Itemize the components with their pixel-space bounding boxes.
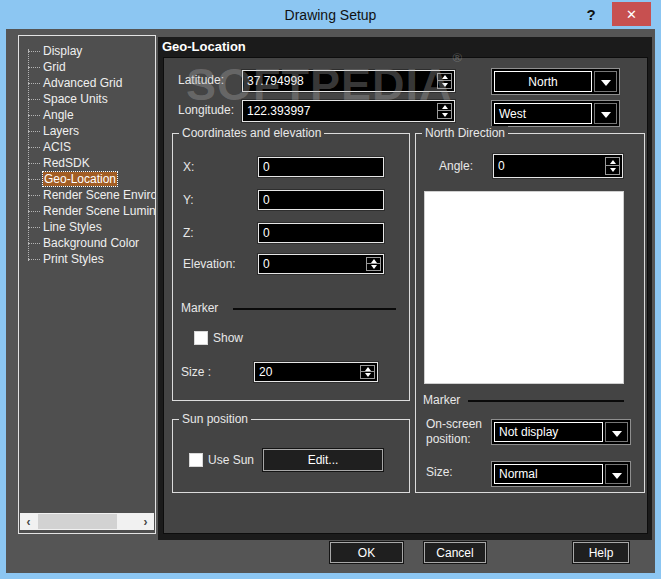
sidebar-item-print-styles[interactable]: Print Styles — [19, 251, 155, 267]
north-marker-size-label: Size: — [426, 459, 453, 485]
cancel-button[interactable]: Cancel — [424, 542, 486, 563]
chevron-down-icon[interactable] — [594, 71, 617, 92]
show-label: Show — [213, 331, 243, 345]
tree-branch-line — [28, 115, 40, 116]
edit-sun-button[interactable]: Edit... — [263, 449, 383, 471]
help-icon[interactable]: ? — [579, 2, 603, 26]
latitude-label: Latitude: — [178, 68, 224, 92]
sidebar-item-acis[interactable]: ACIS — [19, 139, 155, 155]
group-legend: Coordinates and elevation — [179, 126, 324, 140]
sidebar-item-render-scene-luminance[interactable]: Render Scene Luminar — [19, 203, 155, 219]
tree-branch-line — [28, 147, 40, 148]
latitude-field[interactable]: 37.794998 — [242, 70, 455, 92]
ok-button[interactable]: OK — [330, 542, 403, 563]
sidebar-item-line-styles[interactable]: Line Styles — [19, 219, 155, 235]
tree-list: Display Grid Advanced Grid Space Units A… — [19, 43, 155, 267]
tree-branch-line — [28, 227, 40, 228]
tree-branch-line — [28, 99, 40, 100]
y-field[interactable] — [258, 190, 384, 210]
sun-position-group: Sun position Use Sun Edit... — [172, 419, 410, 493]
help-button[interactable]: Help — [573, 542, 629, 563]
sidebar-item-layers[interactable]: Layers — [19, 123, 155, 139]
spin-down-icon[interactable] — [361, 372, 374, 378]
latitude-hemisphere-dropdown[interactable]: North — [491, 68, 620, 95]
spin-down-icon[interactable] — [438, 111, 451, 118]
geo-location-panel: SOFTPEDIA® Latitude: 37.794998 North Lon… — [163, 57, 648, 534]
onscreen-position-dropdown[interactable]: Not display — [491, 419, 631, 445]
longitude-hemisphere-dropdown[interactable]: West — [491, 100, 620, 127]
angle-label: Angle: — [439, 154, 473, 178]
sidebar-item-grid[interactable]: Grid — [19, 59, 155, 75]
tree-branch-line — [28, 243, 40, 244]
dialog-body: Display Grid Advanced Grid Space Units A… — [6, 29, 655, 573]
scroll-right-icon[interactable]: › — [137, 513, 154, 530]
longitude-field[interactable]: 122.393997 — [242, 100, 455, 122]
marker-size-label: Size : — [181, 360, 211, 384]
spin-up-icon[interactable] — [438, 104, 451, 111]
close-button[interactable]: ✕ — [612, 2, 651, 26]
sidebar-item-angle[interactable]: Angle — [19, 107, 155, 123]
scrollbar-thumb[interactable] — [38, 514, 117, 529]
marker-size-spinner — [360, 365, 375, 379]
spin-down-icon[interactable] — [606, 166, 619, 174]
spin-up-icon[interactable] — [438, 74, 451, 81]
page-title: Geo-Location — [162, 39, 246, 54]
x-label: X: — [183, 157, 194, 177]
geo-location-page: Geo-Location SOFTPEDIA® Latitude: 37.794… — [158, 37, 652, 540]
spin-down-icon[interactable] — [438, 81, 451, 88]
elevation-label: Elevation: — [183, 254, 236, 274]
scroll-left-icon[interactable]: ‹ — [20, 513, 37, 530]
title-bar[interactable]: Drawing Setup ? ✕ — [0, 0, 661, 29]
tree-branch-line — [28, 131, 40, 132]
north-direction-preview — [424, 191, 624, 384]
tree-branch-line — [28, 51, 40, 52]
close-icon: ✕ — [626, 7, 637, 22]
z-field[interactable] — [258, 223, 384, 243]
x-field[interactable] — [258, 157, 384, 177]
tree-branch-line — [28, 211, 40, 212]
marker-section-label: Marker — [423, 392, 460, 408]
spin-down-icon[interactable] — [367, 264, 380, 270]
group-legend: North Direction — [422, 126, 508, 140]
chevron-down-icon[interactable] — [605, 422, 628, 442]
chevron-down-icon[interactable] — [605, 464, 628, 484]
settings-tree: Display Grid Advanced Grid Space Units A… — [18, 35, 156, 534]
tree-branch-line — [28, 179, 40, 180]
sidebar-item-geo-location[interactable]: Geo-Location — [19, 171, 155, 187]
longitude-spinner — [437, 103, 452, 119]
sidebar-item-redsdk[interactable]: RedSDK — [19, 155, 155, 171]
tree-branch-line — [28, 67, 40, 68]
y-label: Y: — [183, 190, 194, 210]
window-title: Drawing Setup — [285, 7, 377, 23]
coordinates-group: Coordinates and elevation X: Y: Z: Eleva… — [172, 133, 410, 401]
show-checkbox[interactable] — [194, 331, 208, 345]
sidebar-item-advanced-grid[interactable]: Advanced Grid — [19, 75, 155, 91]
marker-separator — [233, 308, 396, 310]
z-label: Z: — [183, 223, 194, 243]
elevation-field[interactable]: 0 — [258, 254, 384, 274]
marker-separator — [468, 400, 624, 402]
tree-branch-line — [28, 259, 40, 260]
spin-up-icon[interactable] — [606, 158, 619, 166]
tree-branch-line — [28, 163, 40, 164]
north-direction-group: North Direction Angle: 0 Marker On-scree… — [415, 133, 645, 493]
latitude-spinner — [437, 73, 452, 89]
use-sun-checkbox[interactable] — [189, 453, 203, 467]
angle-field[interactable]: 0 — [493, 154, 623, 178]
elevation-spinner — [366, 257, 381, 271]
sidebar-item-display[interactable]: Display — [19, 43, 155, 59]
tree-horizontal-scrollbar[interactable]: ‹ › — [20, 513, 154, 530]
marker-size-field[interactable]: 20 — [254, 362, 378, 382]
tree-branch-line — [28, 83, 40, 84]
north-marker-size-dropdown[interactable]: Normal — [491, 461, 631, 487]
angle-spinner — [605, 157, 620, 175]
chevron-down-icon[interactable] — [594, 103, 617, 124]
tree-branch-line — [28, 195, 40, 196]
marker-section-label: Marker — [181, 300, 218, 316]
use-sun-label: Use Sun — [208, 453, 254, 467]
sidebar-item-background-color[interactable]: Background Color — [19, 235, 155, 251]
sidebar-item-space-units[interactable]: Space Units — [19, 91, 155, 107]
drawing-setup-dialog: Drawing Setup ? ✕ Display Grid Advanced … — [0, 0, 661, 579]
sidebar-item-render-scene-environment[interactable]: Render Scene Environm — [19, 187, 155, 203]
longitude-label: Longitude: — [178, 98, 234, 122]
